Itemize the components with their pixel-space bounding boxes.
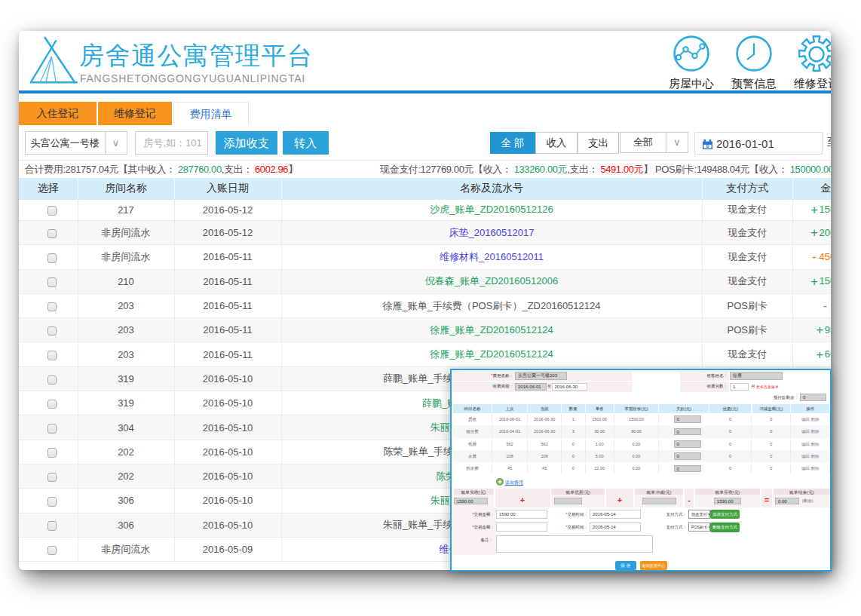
svg-text:6: 6 bbox=[706, 143, 709, 149]
